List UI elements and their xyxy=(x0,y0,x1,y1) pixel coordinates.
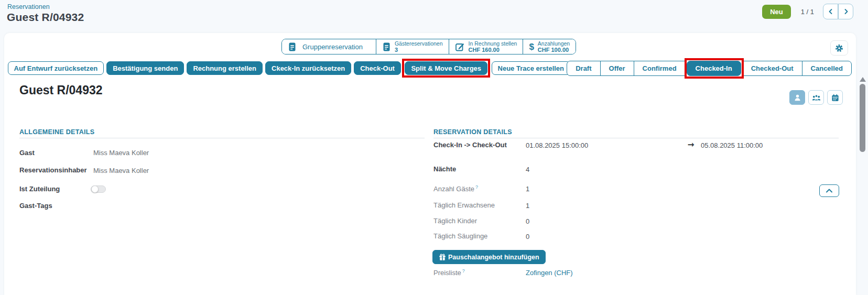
section-title-reservation: RESERVATION DETAILS xyxy=(433,128,512,136)
vertical-scrollbar[interactable] xyxy=(859,73,866,295)
group-reservation-smart-button[interactable]: Gruppenreservation xyxy=(282,39,376,54)
gear-icon xyxy=(835,44,843,52)
group-icon xyxy=(812,94,821,102)
new-trace-button[interactable]: Neue Trace erstellen xyxy=(492,61,570,75)
smart-buttons: Gruppenreservation Gästereservationen 3 … xyxy=(281,39,576,54)
smart-button-value: CHF 160.00 xyxy=(469,47,500,53)
field-label-taeglich-erwachsene: Täglich Erwachsene xyxy=(433,201,495,209)
top-header: Reservationen Guest R/04932 Neu 1 / 1 xyxy=(0,0,868,33)
chevron-right-icon xyxy=(843,8,849,15)
help-icon[interactable]: ? xyxy=(475,184,478,190)
view-switcher xyxy=(789,90,843,105)
scroll-thumb[interactable] xyxy=(860,84,865,152)
invoice-smart-button[interactable]: In Rechnung stellen CHF 160.00 xyxy=(449,39,524,54)
field-value-naechte: 4 xyxy=(526,166,529,173)
field-label-ist-zuteilung: Ist Zuteilung xyxy=(19,185,60,193)
pager xyxy=(823,4,853,19)
chevron-up-icon xyxy=(826,188,833,193)
ist-zuteilung-toggle[interactable] xyxy=(91,185,106,193)
header-controls: Neu 1 / 1 xyxy=(762,4,853,19)
field-value-taeglich-saeuglinge[interactable]: 0 xyxy=(526,233,529,241)
field-value-taeglich-erwachsene[interactable]: 1 xyxy=(526,202,529,210)
toggle-knob xyxy=(91,185,99,193)
section-divider xyxy=(433,138,839,138)
arrow-right-icon: ➞ xyxy=(688,140,695,149)
page-title: Guest R/04932 xyxy=(7,11,84,24)
pager-count: 1 / 1 xyxy=(801,8,814,16)
scroll-up-icon[interactable] xyxy=(860,77,866,82)
highlight-box-split-move: Split & Move Charges xyxy=(402,59,490,78)
field-label-preisliste: Preisliste? xyxy=(433,268,465,277)
gift-icon xyxy=(439,254,446,261)
add-package-label: Pauschalangebot hinzufügen xyxy=(448,254,539,261)
smart-button-label: In Rechnung stellen xyxy=(469,40,517,47)
status-offer[interactable]: Offer xyxy=(600,61,634,76)
smart-button-value: 3 xyxy=(395,47,398,53)
guest-reservations-smart-button[interactable]: Gästereservationen 3 xyxy=(376,39,449,54)
person-icon xyxy=(794,94,801,102)
field-value-anzahl-gaeste[interactable]: 1 xyxy=(526,185,529,193)
split-move-charges-button[interactable]: Split & Move Charges xyxy=(405,61,487,75)
statusbar: Draft Offer Confirmed Checked-In Checked… xyxy=(567,59,852,77)
edit-icon xyxy=(455,42,465,52)
send-confirmation-button[interactable]: Bestätigung senden xyxy=(106,61,184,75)
view-calendar-button[interactable] xyxy=(827,90,843,105)
pager-prev-button[interactable] xyxy=(823,4,838,19)
pager-next-button[interactable] xyxy=(838,4,853,19)
status-checked-in[interactable]: Checked-In xyxy=(687,61,741,76)
deposits-smart-button[interactable]: $ Anzahlungen CHF 100.00 xyxy=(523,39,576,54)
section-divider xyxy=(19,138,425,138)
smart-button-label: Gruppenreservation xyxy=(300,43,370,51)
calendar-icon xyxy=(831,94,839,102)
section-title-general: ALLGEMEINE DETAILS xyxy=(19,128,94,136)
status-confirmed[interactable]: Confirmed xyxy=(634,61,686,76)
field-value-checkout[interactable]: 05.08.2025 11:00:00 xyxy=(701,141,763,149)
field-value-checkin[interactable]: 01.08.2025 15:00:00 xyxy=(526,141,588,149)
field-value-taeglich-kinder[interactable]: 0 xyxy=(526,217,529,225)
field-label-taeglich-saeuglinge: Täglich Säuglinge xyxy=(433,232,487,240)
field-label-gast-tags: Gast-Tags xyxy=(19,202,52,210)
status-cancelled[interactable]: Cancelled xyxy=(802,61,852,76)
smart-button-label: Gästereservationen xyxy=(395,40,443,47)
document-icon xyxy=(288,42,297,52)
view-group-button[interactable] xyxy=(808,90,824,105)
reset-to-draft-button[interactable]: Auf Entwurf zurücksetzen xyxy=(8,61,104,75)
check-out-button[interactable]: Check-Out xyxy=(354,61,401,75)
new-button[interactable]: Neu xyxy=(762,5,791,19)
field-label-naechte: Nächte xyxy=(433,165,456,173)
form-card: Gruppenreservation Gästereservationen 3 … xyxy=(4,33,856,295)
collapse-button[interactable] xyxy=(819,184,839,197)
field-value-gast[interactable]: Miss Maeva Koller xyxy=(93,149,149,157)
field-label-checkin-checkout: Check-In -> Check-Out xyxy=(433,141,507,149)
highlight-box-checked-in: Checked-In xyxy=(685,58,744,79)
field-label-taeglich-kinder: Täglich Kinder xyxy=(433,217,477,225)
status-checked-out[interactable]: Checked-Out xyxy=(742,61,802,76)
smart-button-value: CHF 100.00 xyxy=(538,47,569,53)
pricelist-link[interactable]: Zofingen (CHF) xyxy=(526,269,573,277)
smart-button-label: Anzahlungen xyxy=(538,40,570,47)
add-package-button[interactable]: Pauschalangebot hinzufügen xyxy=(432,250,546,264)
create-invoice-button[interactable]: Rechnung erstellen xyxy=(187,61,263,75)
field-label-anzahl-gaeste: Anzahl Gäste? xyxy=(433,184,478,193)
chevron-left-icon xyxy=(828,8,834,15)
dollar-icon: $ xyxy=(529,42,534,51)
settings-gear-button[interactable] xyxy=(830,40,848,56)
breadcrumb[interactable]: Reservationen xyxy=(7,3,50,10)
field-label-gast: Gast xyxy=(19,149,35,157)
form-title: Guest R/04932 xyxy=(19,83,103,97)
status-draft[interactable]: Draft xyxy=(567,61,600,76)
help-icon[interactable]: ? xyxy=(462,268,465,274)
reset-checkin-button[interactable]: Ckeck-In zurücksetzen xyxy=(265,61,351,75)
field-label-reservationsinhaber: Reservationsinhaber xyxy=(19,166,87,174)
field-value-reservationsinhaber[interactable]: Miss Maeva Koller xyxy=(93,167,149,174)
document-icon xyxy=(382,42,391,52)
view-person-button[interactable] xyxy=(789,90,805,105)
